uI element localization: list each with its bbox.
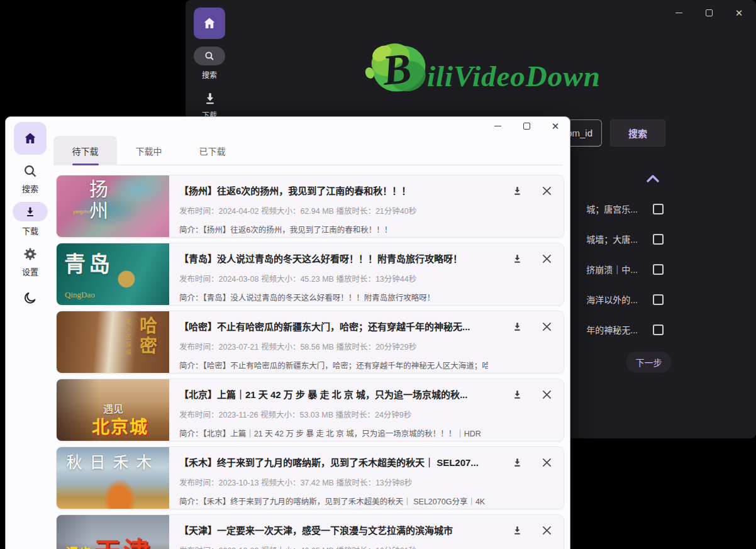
video-card: 扬州 yangzhou 【扬州】往返6次的扬州，我见到了江南的春和秋！！！ 发布…: [56, 175, 564, 238]
search-result-title: 城；唐宫乐...: [586, 202, 638, 215]
search-submit-button[interactable]: 搜索: [610, 119, 665, 147]
search-result-title: 年的神秘无...: [586, 323, 638, 336]
home-icon: [202, 16, 217, 31]
video-actions: [510, 184, 553, 197]
thumbnail-text-secondary: 天津: [94, 530, 152, 549]
search-result-title: 城墙；大唐...: [586, 233, 638, 245]
minimize-button[interactable]: [668, 5, 689, 20]
collapse-panel-button[interactable]: [645, 172, 660, 185]
download-video-button[interactable]: [510, 319, 524, 333]
app-logo: B iliVideoDown: [363, 33, 633, 103]
tab-pending-label: 待下载: [72, 145, 99, 157]
video-info: 【天津】一定要来一次天津，感受一下浪漫与文艺拉满的滨海城市 发布时间：2023-…: [169, 515, 564, 549]
download-icon: [511, 253, 523, 265]
sidebar-item-settings[interactable]: [6, 247, 55, 262]
thumbnail-text-primary: 扬州: [83, 179, 111, 222]
sidebar: 搜索 下载: [6, 117, 55, 549]
sidebar-item-home[interactable]: [194, 8, 225, 39]
tab-downloaded-label: 已下载: [199, 145, 226, 157]
tab-bar: 待下载 下载中 已下载: [53, 136, 562, 165]
sidebar-item-download[interactable]: [13, 202, 48, 221]
video-title: 【天津】一定要来一次天津，感受一下浪漫与文艺拉满的滨海城市: [179, 523, 488, 536]
thumbnail-text-secondary: QingDao: [65, 290, 95, 300]
video-card: 漫步 天津 【天津】一定要来一次天津，感受一下浪漫与文艺拉满的滨海城市 发布时间…: [56, 514, 564, 549]
maximize-button[interactable]: [516, 118, 537, 133]
video-meta: 发布时间：2023-12-23 视频大小：46.65 MB 播放时长：16分钟2…: [179, 544, 488, 549]
video-list: 扬州 yangzhou 【扬州】往返6次的扬州，我见到了江南的春和秋！！！ 发布…: [56, 175, 564, 549]
thumbnail-text-primary: 漫步: [65, 543, 92, 549]
video-title: 【扬州】往返6次的扬州，我见到了江南的春和秋！！！: [179, 184, 488, 197]
video-meta: 发布时间：2024-03-08 视频大小：45.23 MB 播放时长：13分钟4…: [179, 272, 488, 284]
video-thumbnail: 扬州 yangzhou: [57, 175, 169, 237]
remove-video-button[interactable]: [540, 523, 553, 537]
download-icon: [23, 205, 37, 219]
video-description: 简介：【扬州】往返6次的扬州，我见到了江南的春和秋！！！: [179, 223, 488, 235]
close-button[interactable]: ✕: [545, 118, 566, 133]
download-video-button[interactable]: [510, 523, 524, 537]
remove-video-button[interactable]: [540, 455, 553, 469]
sidebar-item-search-label: 搜索: [6, 182, 55, 194]
minimize-icon: [675, 13, 682, 13]
download-icon: [511, 457, 523, 469]
sidebar-item-download-label: 下载: [6, 225, 55, 236]
close-icon: ✕: [735, 8, 743, 18]
tab-downloading[interactable]: 下载中: [117, 136, 181, 165]
theme-toggle-button[interactable]: [6, 291, 55, 306]
thumbnail-text-primary: 哈密: [134, 316, 159, 357]
remove-video-button[interactable]: [540, 252, 553, 265]
close-icon: [542, 390, 552, 399]
next-step-button[interactable]: 下一步: [626, 352, 672, 373]
sidebar-item-home[interactable]: [14, 122, 47, 155]
video-meta: 发布时间：2023-11-26 视频大小：53.03 MB 播放时长：24分钟9…: [179, 408, 488, 420]
video-card: 青岛 QingDao 【青岛】没人说过青岛的冬天这么好看呀！！！附青岛旅行攻略呀…: [56, 243, 564, 306]
tab-pending[interactable]: 待下载: [53, 136, 117, 165]
video-thumbnail: 哈密 无人区探境: [57, 311, 169, 373]
download-video-button[interactable]: [510, 455, 524, 469]
sidebar-item-search[interactable]: [6, 164, 55, 179]
download-icon[interactable]: [202, 91, 218, 107]
download-video-button[interactable]: [510, 252, 524, 265]
remove-video-button[interactable]: [540, 387, 553, 401]
minimize-button[interactable]: [487, 118, 508, 133]
thumbnail-text-secondary: yangzhou: [73, 209, 92, 214]
download-video-button[interactable]: [510, 184, 524, 197]
gear-icon: [23, 247, 38, 262]
video-title: 【北京】上篇｜21 天 42 万 步 暴 走 北 京 城，只为追一场京城的秋..…: [179, 387, 488, 401]
thumbnail-text-primary: 青岛: [64, 247, 113, 278]
download-icon: [511, 321, 523, 333]
remove-video-button[interactable]: [540, 319, 553, 333]
tab-downloaded[interactable]: 已下载: [181, 136, 244, 165]
video-card: 哈密 无人区探境 【哈密】不止有哈密瓜的新疆东大门，哈密；还有穿越千年的神秘无.…: [56, 311, 564, 374]
close-icon: [542, 186, 552, 196]
close-icon: [542, 254, 552, 263]
moon-icon: [23, 291, 38, 306]
maximize-button[interactable]: [698, 5, 720, 20]
video-info: 【禾木】终于来到了九月的喀纳斯，见到了禾木超美的秋天｜ SEL207... 发布…: [169, 447, 564, 509]
close-icon: [542, 458, 552, 467]
sidebar-item-search-label: 搜索: [194, 69, 225, 80]
tab-downloading-label: 下载中: [136, 145, 162, 157]
video-description: 简介：【青岛】没人说过青岛的冬天这么好看呀！！！附青岛旅行攻略呀！: [179, 291, 488, 303]
video-info: 【扬州】往返6次的扬州，我见到了江南的春和秋！！！ 发布时间：2024-04-0…: [169, 175, 564, 237]
video-card: 遇见 北京城 【北京】上篇｜21 天 42 万 步 暴 走 北 京 城，只为追一…: [56, 379, 564, 441]
logo-wordmark: iliVideoDown: [427, 43, 601, 93]
result-checkbox[interactable]: [653, 204, 664, 214]
result-checkbox[interactable]: [653, 264, 664, 275]
thumbnail-text-secondary: 北京城: [92, 413, 148, 438]
close-button[interactable]: ✕: [728, 5, 750, 20]
download-manager-window: ✕ 搜索 下载: [5, 116, 570, 549]
result-checkbox[interactable]: [653, 294, 664, 305]
search-icon: [204, 50, 215, 62]
close-icon: [542, 526, 552, 535]
result-checkbox[interactable]: [653, 324, 664, 335]
remove-video-button[interactable]: [540, 184, 553, 197]
video-thumbnail: 遇见 北京城: [57, 379, 169, 441]
sidebar-item-search[interactable]: [194, 47, 225, 65]
search-result-title: 海洋以外的...: [586, 293, 638, 306]
result-checkbox[interactable]: [653, 234, 664, 245]
thumbnail-text-secondary: 无人区探境: [125, 319, 133, 357]
desktop: ✕ 搜索 下载 B: [0, 0, 756, 549]
download-video-button[interactable]: [510, 387, 524, 401]
video-thumbnail: 漫步 天津: [57, 515, 169, 549]
maximize-icon: [706, 9, 713, 16]
